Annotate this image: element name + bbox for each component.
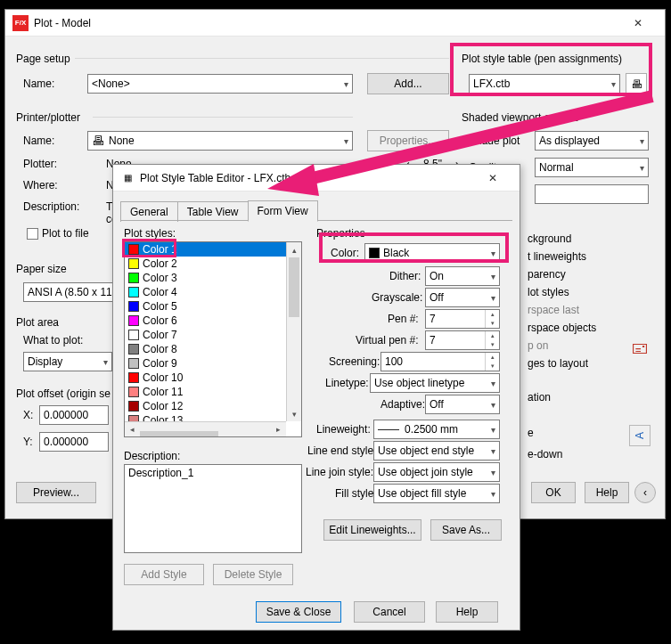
list-item[interactable]: Color 5 [125,299,286,314]
linejoin-select[interactable]: Use object join style▾ [373,462,500,482]
plot-offset-label: Plot offset (origin se [16,387,110,400]
close-icon[interactable]: ✕ [473,165,512,192]
list-item[interactable]: Color 6 [125,314,286,328]
what-to-plot-value: Display [28,355,62,368]
list-item[interactable]: Color 9 [125,356,286,371]
list-item[interactable]: Color 10 [125,371,286,385]
y-label: Y: [23,436,33,448]
expand-icon[interactable]: ‹ [634,482,656,503]
edit-plot-style-icon[interactable]: 🖶 [626,73,647,94]
plot-style-table-value: LFX.ctb [473,77,510,90]
grayscale-label: Grayscale: [372,291,422,304]
fill-select[interactable]: Use object fill style▾ [373,484,500,503]
x-label: X: [23,409,33,421]
color-name: Color 2 [143,257,177,270]
add-button[interactable]: Add... [367,73,449,94]
scrollbar-vertical[interactable]: ▴ ▾ [286,242,301,421]
paper-size-value: ANSI A (8.50 x 11 [28,286,112,298]
color-select[interactable]: Black ▾ [364,243,500,263]
add-style-button[interactable]: Add Style [124,564,204,585]
linetype-select[interactable]: Use object linetype▾ [370,373,500,393]
desc-label: Description: [124,450,180,462]
linetype-label: Linetype: [325,377,369,389]
list-item[interactable]: Color 3 [125,271,286,285]
opt-lineweights: t lineweights [528,250,586,263]
plot-to-file-checkbox[interactable]: Plot to file [27,227,89,240]
opt-orientation: ation [528,391,551,404]
color-name: Color 5 [143,300,177,313]
scrollbar-horizontal[interactable]: ◂ ▸ [125,421,286,436]
page-setup-name-select[interactable]: <None> ▾ [87,74,353,94]
list-item[interactable]: Color 2 [125,257,286,271]
opt-e: e [528,427,534,439]
app-icon: F/X [12,15,29,31]
editor-help-button[interactable]: Help [436,601,498,623]
color-name: Color 8 [143,343,177,355]
list-item[interactable]: Color 7 [125,328,286,342]
x-input[interactable]: 0.000000 [39,405,109,425]
editor-title: Plot Style Table Editor - LFX.ctb [140,172,290,184]
paper-size-select[interactable]: ANSI A (8.50 x 11 [23,282,127,302]
shaded-viewport-label: Shaded viewport options [462,111,578,124]
chevron-down-icon: ▾ [640,136,644,146]
description-textarea[interactable]: Description_1 [124,464,302,553]
opt-plotstyles: lot styles [528,286,569,298]
editor-icon: ▦ [120,171,135,185]
vpen-stepper[interactable]: 7▴▾ [425,330,500,350]
list-item[interactable]: Color 11 [125,385,286,399]
lineweight-select[interactable]: ——0.2500 mm▾ [373,420,500,439]
tab-general[interactable]: General [120,201,178,222]
save-as-button[interactable]: Save As... [430,519,502,541]
grayscale-select[interactable]: Off▾ [425,288,500,307]
color-name: Color 7 [143,329,177,341]
color-value: Black [383,247,409,259]
stamp-icon[interactable]: 🖃 [629,338,651,359]
cancel-button[interactable]: Cancel [354,601,425,623]
help-button[interactable]: Help [585,482,629,503]
quality-select[interactable]: Normal▾ [535,158,649,177]
ok-button[interactable]: OK [531,482,576,503]
opt-paperspace-last: rspace last [528,304,579,316]
dpi-field[interactable] [535,184,649,204]
color-swatch-icon [128,315,139,326]
plot-style-table-select[interactable]: LFX.ctb ▾ [469,74,620,94]
color-swatch-icon [128,301,139,312]
y-input[interactable]: 0.000000 [39,432,109,452]
preview-button[interactable]: Preview... [16,482,96,503]
plot-styles-list[interactable]: Color 1Color 2Color 3Color 4Color 5Color… [124,241,302,437]
opt-stamp-on: p on [528,339,548,352]
list-item[interactable]: Color 1 [125,242,286,257]
color-swatch-icon [128,287,139,298]
close-icon[interactable]: ✕ [618,10,658,37]
adaptive-select[interactable]: Off▾ [425,395,500,414]
printer-name-select[interactable]: 🖶 None ▾ [87,131,353,151]
screening-stepper[interactable]: 100▴▾ [381,352,500,371]
tab-table-view[interactable]: Table View [177,201,249,222]
list-item[interactable]: Color 12 [125,399,286,413]
edit-lineweights-button[interactable]: Edit Lineweights... [323,519,421,541]
color-label: Color: [331,247,359,259]
color-name: Color 9 [143,357,177,370]
dither-select[interactable]: On▾ [425,266,500,286]
list-item[interactable]: Color 4 [125,285,286,299]
properties-button[interactable]: Properties... [367,130,449,151]
dither-label: Dither: [389,270,421,282]
opt-e-down: e-down [528,448,562,461]
delete-style-button[interactable]: Delete Style [213,564,293,585]
save-close-button[interactable]: Save & Close [256,601,341,623]
lineweight-label: Lineweight: [316,423,371,436]
color-swatch-icon [128,387,139,397]
color-swatch-icon [128,244,139,255]
color-swatch-icon [369,248,380,258]
color-swatch-icon [128,344,139,355]
fill-label: Fill style: [335,487,377,500]
list-item[interactable]: Color 8 [125,342,286,356]
color-swatch-icon [128,330,139,340]
pen-stepper[interactable]: 7▴▾ [425,309,500,329]
shadeplot-select[interactable]: As displayed▾ [535,131,649,151]
tab-form-view[interactable]: Form View [248,200,318,222]
description-label: Description: [23,200,79,213]
lineend-select[interactable]: Use object end style▾ [373,441,500,461]
what-to-plot-select[interactable]: Display▾ [23,352,112,371]
color-swatch-icon [128,273,139,283]
